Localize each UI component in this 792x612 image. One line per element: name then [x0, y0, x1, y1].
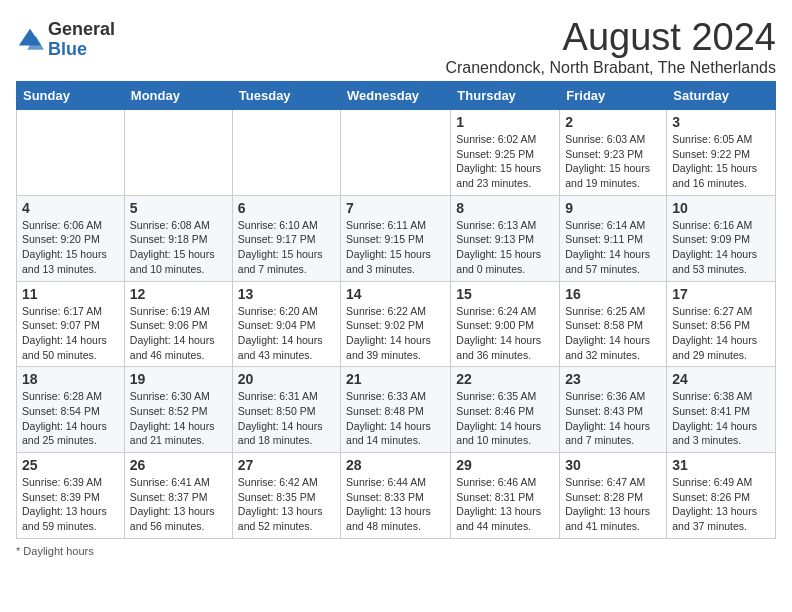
- day-number: 10: [672, 200, 770, 216]
- day-number: 29: [456, 457, 554, 473]
- day-info: Sunrise: 6:25 AM Sunset: 8:58 PM Dayligh…: [565, 304, 661, 363]
- calendar-cell-week2-day1: 12Sunrise: 6:19 AM Sunset: 9:06 PM Dayli…: [124, 281, 232, 367]
- calendar-cell-week3-day6: 24Sunrise: 6:38 AM Sunset: 8:41 PM Dayli…: [667, 367, 776, 453]
- calendar-cell-week1-day0: 4Sunrise: 6:06 AM Sunset: 9:20 PM Daylig…: [17, 195, 125, 281]
- day-info: Sunrise: 6:31 AM Sunset: 8:50 PM Dayligh…: [238, 389, 335, 448]
- calendar-cell-week4-day0: 25Sunrise: 6:39 AM Sunset: 8:39 PM Dayli…: [17, 453, 125, 539]
- logo: General Blue: [16, 20, 115, 60]
- day-number: 8: [456, 200, 554, 216]
- footer-note: * Daylight hours: [16, 545, 776, 557]
- day-number: 21: [346, 371, 445, 387]
- day-number: 31: [672, 457, 770, 473]
- month-title: August 2024: [445, 16, 776, 59]
- day-number: 24: [672, 371, 770, 387]
- day-number: 19: [130, 371, 227, 387]
- calendar-cell-week1-day1: 5Sunrise: 6:08 AM Sunset: 9:18 PM Daylig…: [124, 195, 232, 281]
- day-number: 17: [672, 286, 770, 302]
- day-number: 16: [565, 286, 661, 302]
- day-info: Sunrise: 6:47 AM Sunset: 8:28 PM Dayligh…: [565, 475, 661, 534]
- day-number: 14: [346, 286, 445, 302]
- calendar-cell-week0-day4: 1Sunrise: 6:02 AM Sunset: 9:25 PM Daylig…: [451, 110, 560, 196]
- day-number: 12: [130, 286, 227, 302]
- calendar-cell-week1-day2: 6Sunrise: 6:10 AM Sunset: 9:17 PM Daylig…: [232, 195, 340, 281]
- calendar-cell-week2-day0: 11Sunrise: 6:17 AM Sunset: 9:07 PM Dayli…: [17, 281, 125, 367]
- title-block: August 2024 Cranendonck, North Brabant, …: [445, 16, 776, 77]
- day-info: Sunrise: 6:49 AM Sunset: 8:26 PM Dayligh…: [672, 475, 770, 534]
- calendar-cell-week0-day5: 2Sunrise: 6:03 AM Sunset: 9:23 PM Daylig…: [560, 110, 667, 196]
- day-info: Sunrise: 6:02 AM Sunset: 9:25 PM Dayligh…: [456, 132, 554, 191]
- day-header-tuesday: Tuesday: [232, 82, 340, 110]
- day-info: Sunrise: 6:03 AM Sunset: 9:23 PM Dayligh…: [565, 132, 661, 191]
- day-info: Sunrise: 6:13 AM Sunset: 9:13 PM Dayligh…: [456, 218, 554, 277]
- calendar-cell-week2-day6: 17Sunrise: 6:27 AM Sunset: 8:56 PM Dayli…: [667, 281, 776, 367]
- day-info: Sunrise: 6:05 AM Sunset: 9:22 PM Dayligh…: [672, 132, 770, 191]
- day-info: Sunrise: 6:46 AM Sunset: 8:31 PM Dayligh…: [456, 475, 554, 534]
- calendar-table: SundayMondayTuesdayWednesdayThursdayFrid…: [16, 81, 776, 539]
- calendar-cell-week0-day0: [17, 110, 125, 196]
- calendar-cell-week1-day6: 10Sunrise: 6:16 AM Sunset: 9:09 PM Dayli…: [667, 195, 776, 281]
- calendar-cell-week0-day2: [232, 110, 340, 196]
- calendar-cell-week4-day2: 27Sunrise: 6:42 AM Sunset: 8:35 PM Dayli…: [232, 453, 340, 539]
- day-info: Sunrise: 6:33 AM Sunset: 8:48 PM Dayligh…: [346, 389, 445, 448]
- location-subtitle: Cranendonck, North Brabant, The Netherla…: [445, 59, 776, 77]
- day-header-friday: Friday: [560, 82, 667, 110]
- day-info: Sunrise: 6:41 AM Sunset: 8:37 PM Dayligh…: [130, 475, 227, 534]
- day-info: Sunrise: 6:22 AM Sunset: 9:02 PM Dayligh…: [346, 304, 445, 363]
- day-info: Sunrise: 6:44 AM Sunset: 8:33 PM Dayligh…: [346, 475, 445, 534]
- day-info: Sunrise: 6:28 AM Sunset: 8:54 PM Dayligh…: [22, 389, 119, 448]
- day-number: 5: [130, 200, 227, 216]
- day-number: 9: [565, 200, 661, 216]
- day-info: Sunrise: 6:39 AM Sunset: 8:39 PM Dayligh…: [22, 475, 119, 534]
- calendar-cell-week3-day1: 19Sunrise: 6:30 AM Sunset: 8:52 PM Dayli…: [124, 367, 232, 453]
- day-number: 20: [238, 371, 335, 387]
- day-number: 22: [456, 371, 554, 387]
- calendar-cell-week3-day0: 18Sunrise: 6:28 AM Sunset: 8:54 PM Dayli…: [17, 367, 125, 453]
- day-info: Sunrise: 6:19 AM Sunset: 9:06 PM Dayligh…: [130, 304, 227, 363]
- calendar-cell-week4-day4: 29Sunrise: 6:46 AM Sunset: 8:31 PM Dayli…: [451, 453, 560, 539]
- calendar-cell-week3-day4: 22Sunrise: 6:35 AM Sunset: 8:46 PM Dayli…: [451, 367, 560, 453]
- calendar-cell-week1-day5: 9Sunrise: 6:14 AM Sunset: 9:11 PM Daylig…: [560, 195, 667, 281]
- calendar-cell-week4-day5: 30Sunrise: 6:47 AM Sunset: 8:28 PM Dayli…: [560, 453, 667, 539]
- calendar-cell-week1-day3: 7Sunrise: 6:11 AM Sunset: 9:15 PM Daylig…: [341, 195, 451, 281]
- day-info: Sunrise: 6:14 AM Sunset: 9:11 PM Dayligh…: [565, 218, 661, 277]
- calendar-cell-week1-day4: 8Sunrise: 6:13 AM Sunset: 9:13 PM Daylig…: [451, 195, 560, 281]
- day-info: Sunrise: 6:06 AM Sunset: 9:20 PM Dayligh…: [22, 218, 119, 277]
- day-header-monday: Monday: [124, 82, 232, 110]
- day-info: Sunrise: 6:27 AM Sunset: 8:56 PM Dayligh…: [672, 304, 770, 363]
- day-number: 27: [238, 457, 335, 473]
- day-number: 13: [238, 286, 335, 302]
- day-info: Sunrise: 6:35 AM Sunset: 8:46 PM Dayligh…: [456, 389, 554, 448]
- day-info: Sunrise: 6:30 AM Sunset: 8:52 PM Dayligh…: [130, 389, 227, 448]
- day-number: 30: [565, 457, 661, 473]
- calendar-cell-week2-day2: 13Sunrise: 6:20 AM Sunset: 9:04 PM Dayli…: [232, 281, 340, 367]
- logo-general-text: General: [48, 20, 115, 40]
- day-header-sunday: Sunday: [17, 82, 125, 110]
- calendar-cell-week3-day2: 20Sunrise: 6:31 AM Sunset: 8:50 PM Dayli…: [232, 367, 340, 453]
- calendar-cell-week2-day3: 14Sunrise: 6:22 AM Sunset: 9:02 PM Dayli…: [341, 281, 451, 367]
- calendar-cell-week2-day5: 16Sunrise: 6:25 AM Sunset: 8:58 PM Dayli…: [560, 281, 667, 367]
- day-info: Sunrise: 6:10 AM Sunset: 9:17 PM Dayligh…: [238, 218, 335, 277]
- calendar-cell-week2-day4: 15Sunrise: 6:24 AM Sunset: 9:00 PM Dayli…: [451, 281, 560, 367]
- day-info: Sunrise: 6:17 AM Sunset: 9:07 PM Dayligh…: [22, 304, 119, 363]
- day-info: Sunrise: 6:11 AM Sunset: 9:15 PM Dayligh…: [346, 218, 445, 277]
- day-info: Sunrise: 6:08 AM Sunset: 9:18 PM Dayligh…: [130, 218, 227, 277]
- day-number: 23: [565, 371, 661, 387]
- day-header-wednesday: Wednesday: [341, 82, 451, 110]
- calendar-cell-week0-day1: [124, 110, 232, 196]
- day-info: Sunrise: 6:16 AM Sunset: 9:09 PM Dayligh…: [672, 218, 770, 277]
- day-number: 18: [22, 371, 119, 387]
- day-info: Sunrise: 6:42 AM Sunset: 8:35 PM Dayligh…: [238, 475, 335, 534]
- day-number: 3: [672, 114, 770, 130]
- footer-text: Daylight hours: [23, 545, 93, 557]
- calendar-cell-week0-day3: [341, 110, 451, 196]
- calendar-cell-week0-day6: 3Sunrise: 6:05 AM Sunset: 9:22 PM Daylig…: [667, 110, 776, 196]
- day-info: Sunrise: 6:36 AM Sunset: 8:43 PM Dayligh…: [565, 389, 661, 448]
- calendar-cell-week3-day5: 23Sunrise: 6:36 AM Sunset: 8:43 PM Dayli…: [560, 367, 667, 453]
- header: General Blue August 2024 Cranendonck, No…: [16, 16, 776, 77]
- day-number: 1: [456, 114, 554, 130]
- day-number: 4: [22, 200, 119, 216]
- day-info: Sunrise: 6:24 AM Sunset: 9:00 PM Dayligh…: [456, 304, 554, 363]
- day-number: 7: [346, 200, 445, 216]
- day-number: 2: [565, 114, 661, 130]
- day-info: Sunrise: 6:20 AM Sunset: 9:04 PM Dayligh…: [238, 304, 335, 363]
